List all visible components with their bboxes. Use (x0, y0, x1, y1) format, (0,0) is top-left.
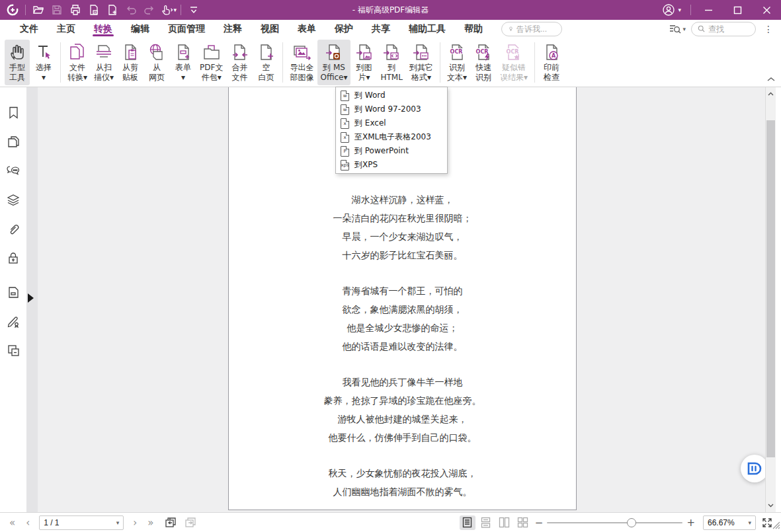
comments-panel-icon[interactable] (6, 164, 21, 177)
scroll-down-icon[interactable] (766, 500, 776, 511)
tab-file[interactable]: 文件 (11, 20, 48, 38)
preflight-button[interactable]: A 印前 检查 (539, 40, 564, 85)
zoom-level-input[interactable] (708, 518, 742, 527)
zoom-out-button[interactable]: − (531, 517, 548, 529)
recognize-text-button[interactable]: OCR 识别 文本▾ (444, 40, 470, 85)
collapse-ribbon-button[interactable] (766, 75, 776, 85)
find-input[interactable] (708, 24, 749, 34)
blank-page-button[interactable]: 空 白页 (253, 40, 278, 85)
tab-convert[interactable]: 转换 (85, 20, 122, 38)
first-page-button[interactable]: « (4, 517, 21, 529)
last-page-button[interactable]: » (142, 517, 159, 529)
scrollbar-thumb[interactable] (766, 120, 775, 457)
more-options-icon[interactable]: ⋮ (761, 24, 776, 34)
select-tool-button[interactable]: 选择 ▾ (31, 40, 56, 85)
destinations-panel-icon[interactable] (6, 344, 21, 357)
right-gutter (776, 87, 781, 512)
signatures-panel-icon[interactable] (6, 315, 21, 328)
tab-protect[interactable]: 保护 (325, 20, 362, 38)
zoom-in-button[interactable]: + (682, 517, 699, 529)
print-icon[interactable] (67, 2, 84, 18)
page-number-box[interactable]: ▾ (39, 515, 124, 530)
zoom-slider-thumb[interactable] (627, 518, 636, 527)
export-document-icon[interactable] (85, 2, 103, 18)
caret-down-icon: ▾ (678, 7, 681, 13)
layers-panel-icon[interactable] (6, 193, 21, 206)
expand-panel-handle[interactable] (28, 293, 34, 303)
to-other-formats-button[interactable]: 到其它 格式▾ (407, 40, 436, 85)
powerpoint-file-icon: P (341, 146, 349, 157)
touch-mode-icon[interactable]: ▾ (159, 2, 177, 18)
from-scanner-button[interactable]: 从扫 描仪▾ (91, 40, 116, 85)
tab-share[interactable]: 共享 (362, 20, 399, 38)
account-button[interactable]: ▾ (655, 3, 688, 17)
open-file-icon[interactable] (30, 2, 47, 18)
bookmarks-panel-icon[interactable] (6, 106, 21, 119)
find-box[interactable] (691, 22, 756, 36)
pages-panel-icon[interactable] (6, 135, 21, 148)
from-webpage-button[interactable]: 从 网页 (144, 40, 169, 85)
zoom-slider[interactable] (547, 515, 682, 530)
vertical-scrollbar[interactable] (765, 87, 776, 512)
preflight-icon: A (542, 42, 561, 63)
window-resize-grip[interactable] (771, 520, 780, 531)
menu-item-to-word97[interactable]: w 到 Word 97-2003 (336, 102, 447, 116)
tab-help[interactable]: 帮助 (455, 20, 492, 38)
to-image-button[interactable]: 到图 片▾ (352, 40, 377, 85)
export-all-images-button[interactable]: 导出全 部图像 (287, 40, 316, 85)
menu-item-to-powerpoint[interactable]: P 到 PowerPoint (336, 144, 447, 158)
quick-recognize-button[interactable]: OCR 快速 识别 (471, 40, 496, 85)
bulb-icon (509, 24, 513, 33)
ai-assistant-button[interactable] (741, 455, 765, 482)
svg-text:A: A (552, 53, 556, 59)
scroll-up-icon[interactable] (766, 89, 776, 99)
attachments-panel-icon[interactable] (6, 222, 21, 235)
tab-form[interactable]: 表单 (288, 20, 325, 38)
next-page-button[interactable]: › (128, 517, 142, 529)
tab-edit[interactable]: 编辑 (122, 20, 159, 38)
divider (25, 5, 26, 15)
menu-item-to-excel[interactable]: x 到 Excel (336, 116, 447, 130)
fields-panel-icon[interactable] (6, 285, 21, 299)
ocr-suspects-icon: OCR (504, 42, 524, 63)
facing-continuous-view-button[interactable] (515, 515, 531, 530)
customize-toolbar-icon[interactable] (185, 2, 202, 18)
facing-view-button[interactable] (497, 515, 513, 530)
form-button[interactable]: 表单 ▾ (171, 40, 196, 85)
tell-me-search[interactable] (501, 22, 562, 36)
maximize-button[interactable] (723, 0, 752, 20)
continuous-view-button[interactable] (478, 515, 494, 530)
menu-item-to-xml-spreadsheet[interactable]: x 至XML电子表格2003 (336, 130, 447, 144)
tab-view[interactable]: 视图 (251, 20, 288, 38)
select-text-icon (34, 42, 53, 63)
tab-home[interactable]: 主页 (48, 20, 85, 38)
security-panel-icon[interactable] (6, 251, 21, 264)
hand-tool-button[interactable]: 手型 工具 (5, 40, 30, 85)
to-ms-office-button[interactable]: 到 MS Office▾ (317, 40, 350, 85)
close-button[interactable] (752, 0, 781, 20)
window-controls: ▾ (655, 0, 781, 20)
menu-item-to-word[interactable]: w 到 Word (336, 89, 447, 102)
new-document-icon[interactable] (104, 2, 121, 18)
search-options-button[interactable]: ▾ (669, 24, 686, 34)
scanner-icon (95, 42, 113, 63)
zoom-level-box[interactable]: ▾ (703, 515, 756, 530)
previous-view-button[interactable] (163, 515, 179, 530)
previous-page-button[interactable]: ‹ (21, 517, 35, 529)
export-images-icon (292, 42, 311, 63)
word-file-icon: w (341, 91, 349, 101)
combine-files-button[interactable]: 合并 文件 (227, 40, 252, 85)
from-clipboard-button[interactable]: 从剪 贴板 (118, 40, 143, 85)
tell-me-input[interactable] (516, 24, 555, 34)
menu-item-to-xps[interactable]: xps 到XPS (336, 158, 447, 172)
minimize-button[interactable] (694, 0, 723, 20)
to-html-button[interactable]: 到 HTML (378, 40, 405, 85)
pdf-portfolio-button[interactable]: PDF文 件包▾ (197, 40, 226, 85)
convert-file-button[interactable]: 文件 转换▾ (65, 40, 90, 85)
tab-organize[interactable]: 页面管理 (159, 20, 214, 38)
excel-file-icon: x (341, 132, 349, 143)
tab-comment[interactable]: 注释 (214, 20, 251, 38)
single-page-view-button[interactable] (460, 515, 475, 530)
tab-accessibility[interactable]: 辅助工具 (399, 20, 455, 38)
page-number-input[interactable] (44, 518, 110, 527)
